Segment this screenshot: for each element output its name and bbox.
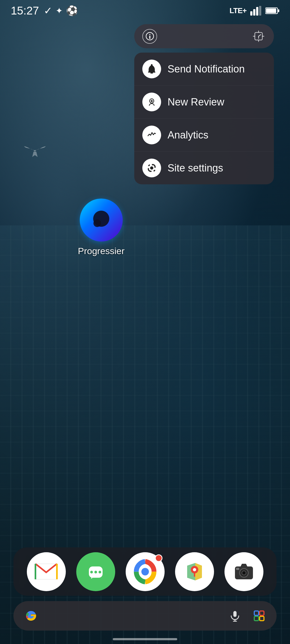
svg-point-27 [90,571,93,573]
info-icon-button[interactable] [142,29,157,44]
dock [13,547,277,596]
status-right: LTE+ [230,6,279,16]
svg-point-28 [94,571,97,573]
send-notification-label: Send Notification [168,63,245,75]
new-review-icon [142,93,161,111]
google-search-bar[interactable] [13,601,277,631]
svg-point-33 [141,568,149,575]
svg-point-18 [151,64,153,66]
status-time: 15:27 [11,4,39,17]
svg-rect-43 [236,568,239,570]
svg-rect-47 [254,611,259,615]
svg-point-29 [99,571,101,573]
svg-point-20 [150,166,153,170]
home-indicator [113,638,177,640]
timer-icon-button[interactable] [251,29,266,44]
signal-icon [250,6,262,16]
menu-item-send-notification[interactable]: Send Notification [134,53,274,86]
svg-rect-17 [150,72,153,74]
svg-rect-5 [266,9,276,13]
dock-icon-gmail[interactable] [27,552,66,591]
svg-rect-2 [256,7,258,16]
svg-rect-9 [149,36,150,39]
bird-silhouette [24,145,46,158]
svg-rect-3 [259,6,261,16]
check-icon: ✓ [44,5,52,17]
google-logo [21,606,40,625]
analytics-label: Analytics [168,129,208,141]
lte-badge: LTE+ [230,6,247,15]
menu-item-analytics[interactable]: Analytics [134,119,274,152]
lens-icon[interactable] [250,606,269,625]
svg-rect-50 [260,616,264,621]
chrome-notification-badge [155,554,162,562]
settings-icon: ✦ [56,6,63,16]
svg-rect-48 [260,611,264,615]
dock-icon-maps[interactable] [175,552,214,591]
svg-line-15 [259,35,261,36]
dock-icon-camera[interactable] [224,552,263,591]
football-icon: ⚽ [66,5,78,16]
progressier-label: Progressier [78,246,125,256]
svg-rect-6 [278,9,279,12]
svg-point-22 [93,219,101,227]
svg-rect-1 [253,9,255,16]
svg-point-36 [193,568,196,571]
svg-rect-44 [233,611,237,617]
send-notification-icon [142,60,161,78]
svg-point-42 [242,571,245,575]
battery-icon [265,7,279,14]
mic-icon[interactable] [226,606,244,625]
context-menu: Send Notification New Review Analytics [134,24,274,184]
status-left: 15:27 ✓ ✦ ⚽ [11,4,78,17]
svg-rect-49 [254,616,259,621]
status-icons: ✓ ✦ ⚽ [44,5,78,17]
analytics-icon [142,126,161,144]
svg-point-8 [149,34,150,35]
menu-item-new-review[interactable]: New Review [134,86,274,119]
progressier-app-wrapper[interactable]: Progressier [78,199,125,256]
menu-items-container: Send Notification New Review Analytics [134,53,274,184]
site-settings-icon [142,159,161,177]
svg-rect-0 [250,11,252,16]
progressier-icon[interactable] [80,199,123,241]
status-bar: 15:27 ✓ ✦ ⚽ LTE+ [0,0,290,21]
search-bar[interactable] [134,24,274,48]
dock-icon-line[interactable] [76,552,115,591]
dock-icon-chrome[interactable] [126,552,165,591]
menu-item-site-settings[interactable]: Site settings [134,152,274,184]
new-review-label: New Review [168,96,224,108]
site-settings-label: Site settings [168,162,223,174]
